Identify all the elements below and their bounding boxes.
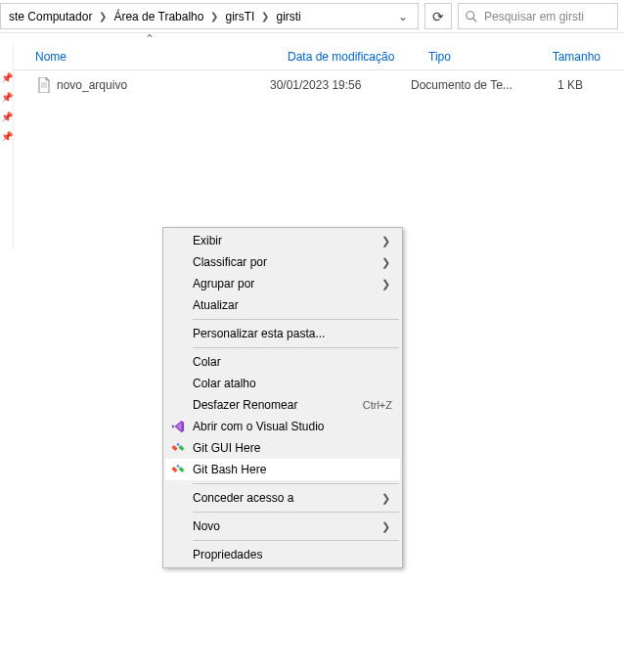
- text-file-icon: [35, 76, 53, 94]
- breadcrumb-item[interactable]: Área de Trabalho: [111, 10, 205, 23]
- chevron-right-icon: ❯: [379, 492, 392, 505]
- menu-separator: [193, 512, 399, 513]
- menu-item-customize-folder[interactable]: Personalizar esta pasta...: [165, 323, 400, 344]
- menu-separator: [193, 347, 399, 348]
- menu-label: Desfazer Renomear: [191, 398, 363, 412]
- quick-access-pins: 📌 📌 📌 📌: [0, 43, 14, 248]
- file-size: 1 KB: [524, 78, 587, 92]
- git-icon: [165, 441, 191, 455]
- chevron-right-icon: ❯: [205, 11, 223, 22]
- menu-label: Conceder acesso a: [191, 491, 379, 505]
- menu-item-view[interactable]: Exibir ❯: [165, 230, 400, 251]
- svg-rect-5: [171, 445, 177, 451]
- svg-rect-8: [171, 467, 177, 472]
- menu-separator: [193, 483, 399, 484]
- menu-item-undo-rename[interactable]: Desfazer Renomear Ctrl+Z: [165, 394, 400, 416]
- svg-rect-6: [178, 445, 184, 451]
- file-date: 30/01/2023 19:56: [266, 78, 407, 92]
- menu-label: Git Bash Here: [191, 463, 392, 476]
- sort-ascending-icon: ˄: [146, 33, 154, 44]
- menu-item-new[interactable]: Novo ❯: [165, 515, 400, 537]
- menu-separator: [193, 319, 399, 320]
- column-header-size[interactable]: Tamanho: [542, 50, 604, 64]
- column-header-row: Nome Data de modificação Tipo Tamanho: [0, 43, 624, 70]
- svg-point-7: [177, 443, 180, 446]
- menu-label: Agrupar por: [191, 277, 379, 291]
- menu-label: Novo: [191, 519, 379, 533]
- menu-label: Classificar por: [191, 255, 379, 269]
- menu-item-open-visual-studio[interactable]: Abrir com o Visual Studio: [165, 416, 400, 437]
- file-list: novo_arquivo 30/01/2023 19:56 Documento …: [0, 70, 624, 96]
- chevron-right-icon: ❯: [379, 520, 392, 533]
- toolbar: ste Computador ❯ Área de Trabalho ❯ girs…: [0, 0, 624, 33]
- git-icon: [165, 463, 191, 476]
- search-input[interactable]: Pesquisar em girsti: [458, 3, 618, 29]
- search-icon: [465, 10, 478, 23]
- chevron-right-icon: ❯: [256, 11, 274, 22]
- menu-label: Colar atalho: [191, 377, 392, 390]
- menu-item-paste[interactable]: Colar: [165, 351, 400, 373]
- menu-separator: [193, 540, 399, 541]
- menu-label: Exibir: [191, 234, 379, 247]
- menu-label: Abrir com o Visual Studio: [191, 420, 392, 433]
- menu-shortcut: Ctrl+Z: [363, 399, 392, 411]
- menu-item-refresh[interactable]: Atualizar: [165, 294, 400, 316]
- pin-icon[interactable]: 📌: [2, 112, 12, 121]
- breadcrumb-item[interactable]: ste Computador: [7, 10, 94, 23]
- svg-point-10: [177, 465, 180, 468]
- column-header-type[interactable]: Tipo: [424, 50, 542, 64]
- address-bar[interactable]: ste Computador ❯ Área de Trabalho ❯ girs…: [0, 3, 419, 29]
- chevron-right-icon: ❯: [379, 278, 392, 291]
- file-name: novo_arquivo: [57, 78, 127, 92]
- file-type: Documento de Te...: [407, 78, 524, 92]
- menu-item-grant-access[interactable]: Conceder acesso a ❯: [165, 487, 400, 509]
- pin-icon[interactable]: 📌: [2, 131, 12, 141]
- sort-indicator-row: ˄: [0, 33, 624, 43]
- svg-point-0: [467, 11, 474, 19]
- context-menu: Exibir ❯ Classificar por ❯ Agrupar por ❯…: [162, 227, 403, 568]
- menu-item-git-bash[interactable]: Git Bash Here: [165, 459, 400, 480]
- breadcrumb-item[interactable]: girsti: [274, 10, 302, 23]
- visual-studio-icon: [165, 420, 191, 433]
- menu-label: Colar: [191, 355, 392, 369]
- chevron-right-icon: ❯: [379, 235, 392, 247]
- menu-item-paste-shortcut[interactable]: Colar atalho: [165, 373, 400, 394]
- search-placeholder: Pesquisar em girsti: [484, 10, 611, 23]
- menu-item-sort-by[interactable]: Classificar por ❯: [165, 251, 400, 273]
- refresh-icon: ⟳: [432, 9, 444, 24]
- file-row[interactable]: novo_arquivo 30/01/2023 19:56 Documento …: [0, 74, 624, 96]
- svg-line-1: [473, 18, 477, 22]
- pin-icon[interactable]: 📌: [2, 92, 12, 102]
- breadcrumb-item[interactable]: girsTI: [223, 10, 256, 23]
- menu-label: Git GUI Here: [191, 441, 392, 455]
- column-header-name[interactable]: Nome: [31, 50, 284, 64]
- menu-item-git-gui[interactable]: Git GUI Here: [165, 437, 400, 459]
- menu-label: Propriedades: [191, 548, 392, 561]
- menu-item-group-by[interactable]: Agrupar por ❯: [165, 273, 400, 294]
- svg-rect-9: [178, 467, 184, 472]
- chevron-right-icon: ❯: [94, 11, 111, 22]
- menu-label: Personalizar esta pasta...: [191, 327, 392, 340]
- chevron-right-icon: ❯: [379, 256, 392, 269]
- refresh-button[interactable]: ⟳: [424, 3, 452, 29]
- chevron-down-icon[interactable]: ⌄: [394, 10, 412, 23]
- menu-label: Atualizar: [191, 298, 392, 312]
- column-header-date[interactable]: Data de modificação: [284, 50, 424, 64]
- pin-icon[interactable]: 📌: [2, 72, 12, 82]
- menu-item-properties[interactable]: Propriedades: [165, 544, 400, 565]
